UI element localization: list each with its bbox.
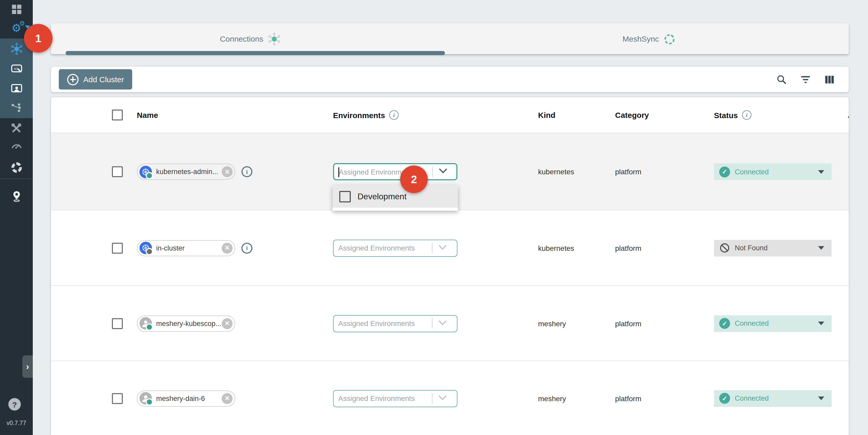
adapters-code-icon[interactable]: <> [0, 59, 33, 78]
kind-cell: meshery [538, 394, 566, 402]
column-header-environments[interactable]: Environmentsi [333, 110, 399, 120]
status-dot [146, 248, 153, 255]
table-row: in-cluster ✕ i kubernetes platform Not F… [51, 210, 849, 286]
kind-cell: meshery [538, 319, 566, 328]
meshery-app: ⚙⚙ <> [0, 0, 868, 435]
column-header-kind[interactable]: Kind [538, 111, 556, 119]
filter-icon[interactable] [799, 73, 812, 86]
status-label: Connected [735, 319, 769, 327]
service-graph-icon[interactable] [0, 98, 33, 117]
connections-mesh-icon [10, 43, 23, 55]
tab-meshsync[interactable]: MeshSync » [450, 23, 849, 54]
select-divider [432, 243, 432, 253]
environments-select[interactable] [333, 390, 457, 407]
close-icon[interactable]: ✕ [222, 318, 232, 329]
caret-down-icon [818, 397, 824, 400]
column-header-category[interactable]: Category [615, 111, 649, 119]
info-icon[interactable]: i [742, 110, 751, 120]
column-header-status[interactable]: Statusi [714, 110, 751, 120]
add-cluster-button[interactable]: Add Cluster [59, 69, 132, 90]
text-cursor [338, 167, 339, 177]
sidebar: ⚙⚙ <> [0, 0, 33, 435]
kind-cell: kubernetes [538, 244, 574, 252]
environments-input[interactable] [334, 244, 431, 252]
connection-name: meshery-dain-6 [156, 395, 222, 402]
toolbar: Add Cluster [51, 67, 849, 92]
sidebar-divider [0, 179, 33, 179]
kubernetes-icon [140, 242, 152, 254]
tab-meshsync-label: MeshSync [622, 34, 659, 43]
toolbox-icon[interactable] [0, 119, 33, 137]
kubernetes-icon [140, 165, 152, 178]
info-icon[interactable]: i [389, 110, 399, 120]
connection-name-chip[interactable]: meshery-dain-6 ✕ [137, 390, 235, 406]
column-header-name[interactable]: Name [137, 111, 158, 119]
info-icon[interactable]: i [242, 166, 252, 177]
expand-sidebar-button[interactable]: › [22, 355, 33, 378]
connections-table: Name Environmentsi Kind Category Statusi… [51, 97, 849, 435]
environments-input[interactable] [334, 319, 431, 328]
status-label: Connected [735, 395, 769, 402]
connection-name-chip[interactable]: kubernetes-admin... ✕ [137, 164, 235, 180]
caret-down-icon [818, 170, 824, 174]
close-icon[interactable]: ✕ [222, 393, 232, 404]
check-icon: ✓ [719, 393, 730, 404]
check-icon: ✓ [719, 318, 730, 329]
category-cell: platform [615, 167, 641, 176]
category-cell: platform [615, 394, 641, 402]
chevron-down-icon[interactable] [439, 165, 447, 173]
user-screen-icon[interactable] [0, 79, 33, 98]
dashboard-icon[interactable] [0, 0, 33, 19]
status-select[interactable]: ✓ Connected [714, 315, 832, 332]
select-divider [432, 393, 432, 404]
row-checkbox[interactable] [112, 393, 123, 404]
select-divider [432, 166, 433, 177]
extensions-icon[interactable] [0, 158, 33, 177]
status-select[interactable]: ✓ Connected [714, 390, 832, 407]
option-checkbox[interactable] [339, 191, 351, 202]
caret-down-icon [818, 321, 824, 325]
environments-input[interactable] [334, 394, 431, 402]
connection-name-chip[interactable]: meshery-kubescop... ✕ [137, 315, 235, 332]
performance-gauge-icon[interactable] [0, 137, 33, 156]
close-icon[interactable]: ✕ [222, 243, 232, 253]
close-icon[interactable]: ✕ [222, 166, 232, 177]
annotation-badge-2: 2 [400, 165, 428, 193]
connection-name-chip[interactable]: in-cluster ✕ [137, 240, 235, 256]
select-divider [432, 318, 432, 329]
search-icon[interactable] [775, 73, 788, 86]
environments-select[interactable] [333, 315, 457, 332]
select-all-checkbox[interactable] [112, 110, 123, 120]
dropdown-option-development[interactable]: Development [333, 185, 458, 208]
location-pin-icon[interactable] [0, 187, 33, 206]
blocked-icon [719, 243, 730, 253]
row-checkbox[interactable] [112, 318, 123, 329]
status-dot [146, 172, 153, 179]
tab-connections[interactable]: Connections [51, 23, 450, 54]
help-icon[interactable]: ? [8, 398, 21, 410]
status-dot [146, 398, 153, 406]
row-checkbox[interactable] [112, 166, 123, 177]
status-select[interactable]: Not Found [714, 240, 832, 256]
sync-ring-icon: » [663, 32, 676, 45]
chevron-down-icon[interactable] [438, 317, 446, 325]
status-label: Not Found [735, 244, 768, 252]
environments-select[interactable] [333, 239, 457, 256]
option-label: Development [358, 192, 407, 201]
annotation-badge-1: 1 [24, 24, 53, 53]
row-checkbox[interactable] [112, 243, 123, 253]
chevron-down-icon[interactable] [438, 242, 446, 249]
tabs-bar: Connections MeshSync » [51, 23, 849, 54]
environments-dropdown-menu: Development [333, 185, 458, 211]
status-select[interactable]: ✓ Connected [714, 163, 832, 180]
view-columns-icon[interactable] [823, 73, 836, 86]
connection-name: in-cluster [156, 244, 222, 252]
tab-connections-label: Connections [220, 34, 263, 43]
table-row: meshery-kubescop... ✕ meshery platform ✓… [51, 285, 849, 361]
mesh-icon [268, 32, 281, 45]
chevron-down-icon[interactable] [438, 392, 446, 400]
info-icon[interactable]: i [242, 243, 252, 253]
environments-select[interactable] [333, 163, 457, 180]
app-version: v0.7.77 [0, 420, 33, 426]
check-icon: ✓ [719, 166, 730, 177]
